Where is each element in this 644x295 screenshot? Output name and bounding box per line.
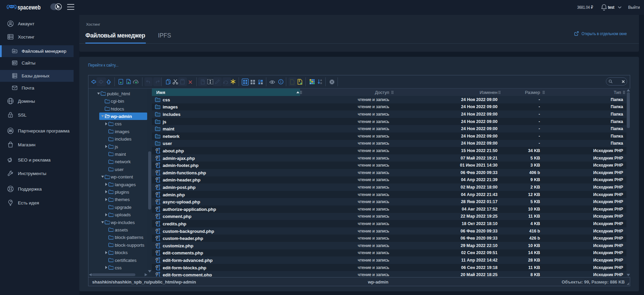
- svg-text:R: R: [320, 82, 322, 84]
- svg-text:A: A: [320, 79, 322, 81]
